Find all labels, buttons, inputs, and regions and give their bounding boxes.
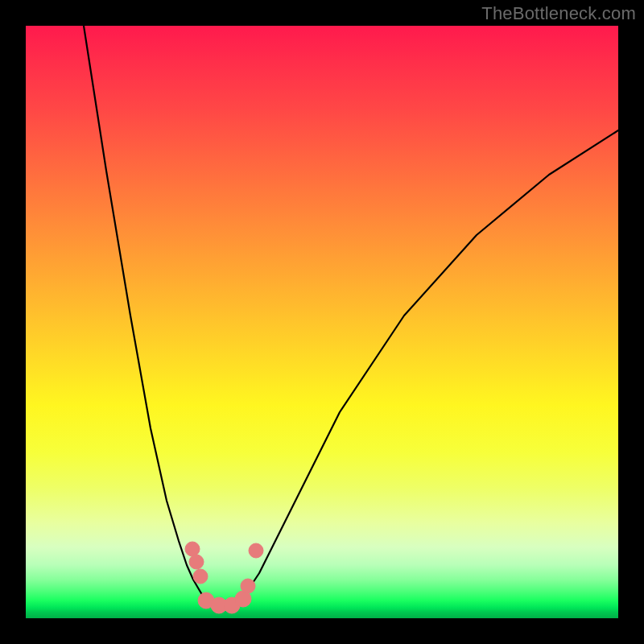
marker-right-upper (249, 543, 263, 558)
plot-area (26, 26, 618, 618)
chart-frame: TheBottleneck.com (0, 0, 644, 644)
marker-right-lower (241, 579, 255, 593)
bottleneck-curve (84, 26, 618, 605)
watermark-text: TheBottleneck.com (481, 3, 636, 24)
marker-left-cluster-top-a (185, 542, 200, 556)
marker-layer (185, 542, 263, 613)
marker-left-cluster-mid (193, 569, 208, 584)
marker-left-cluster-top-b (189, 555, 204, 569)
curve-layer (26, 26, 618, 618)
